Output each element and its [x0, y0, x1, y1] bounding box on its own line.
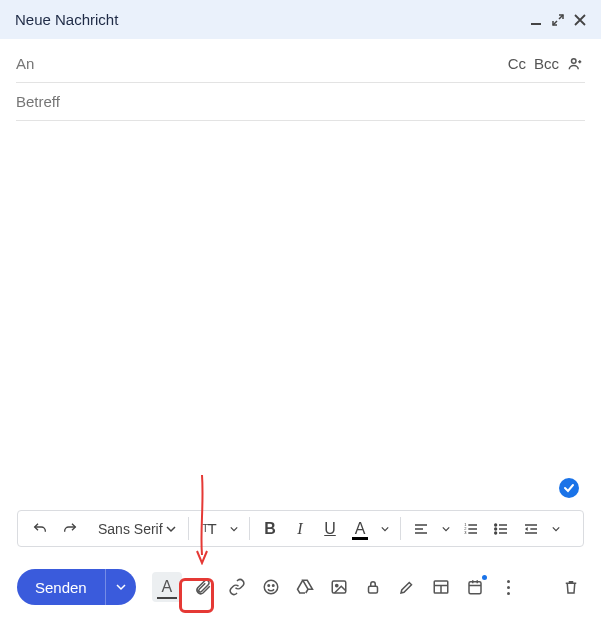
status-check-icon[interactable] [559, 478, 579, 498]
schedule-icon[interactable] [462, 574, 488, 600]
message-body[interactable] [0, 121, 601, 469]
list-dropdown[interactable] [547, 514, 565, 544]
layout-icon[interactable] [428, 574, 454, 600]
minimize-icon[interactable] [530, 14, 542, 26]
bold-button[interactable]: B [256, 514, 284, 544]
svg-point-5 [495, 524, 497, 526]
undo-button[interactable] [26, 514, 54, 544]
close-icon[interactable] [574, 14, 586, 26]
svg-point-10 [272, 585, 274, 587]
send-options-dropdown[interactable] [106, 569, 136, 605]
bullet-list-button[interactable] [487, 514, 515, 544]
discard-draft-icon[interactable] [558, 574, 584, 600]
window-title: Neue Nachricht [15, 11, 530, 28]
formatting-toolbar: Sans Serif TT B I U A 123 [17, 510, 584, 547]
insert-emoji-icon[interactable] [258, 574, 284, 600]
compose-titlebar: Neue Nachricht [0, 0, 601, 39]
font-size-dropdown[interactable] [225, 514, 243, 544]
svg-point-9 [268, 585, 270, 587]
attach-file-icon[interactable] [190, 574, 216, 600]
insert-signature-icon[interactable] [394, 574, 420, 600]
font-family-picker[interactable]: Sans Serif [92, 514, 182, 544]
window-controls [530, 14, 586, 26]
to-field-row[interactable]: An Cc Bcc [16, 45, 585, 83]
bcc-toggle[interactable]: Bcc [534, 55, 559, 72]
insert-drive-icon[interactable] [292, 574, 318, 600]
formatting-toggle-icon[interactable]: A [152, 572, 182, 602]
svg-point-1 [572, 58, 577, 63]
svg-rect-13 [368, 586, 377, 593]
align-dropdown[interactable] [437, 514, 455, 544]
send-button[interactable]: Senden [17, 569, 106, 605]
svg-rect-15 [469, 582, 481, 594]
font-family-label: Sans Serif [98, 521, 163, 537]
insert-link-icon[interactable] [224, 574, 250, 600]
svg-text:3: 3 [464, 530, 467, 535]
indent-decrease-button[interactable] [517, 514, 545, 544]
send-split-button: Senden [17, 569, 136, 605]
header-fields: An Cc Bcc Betreff [0, 39, 601, 121]
subject-field-row[interactable]: Betreff [16, 83, 585, 121]
ordered-list-button[interactable]: 123 [457, 514, 485, 544]
contacts-icon[interactable] [567, 55, 585, 73]
compose-icon-row: A [152, 572, 522, 602]
bottom-action-bar: Senden A [17, 567, 584, 607]
to-label: An [16, 55, 508, 72]
underline-button[interactable]: U [316, 514, 344, 544]
cc-toggle[interactable]: Cc [508, 55, 526, 72]
insert-image-icon[interactable] [326, 574, 352, 600]
svg-rect-11 [332, 581, 346, 593]
text-color-dropdown[interactable] [376, 514, 394, 544]
italic-button[interactable]: I [286, 514, 314, 544]
svg-point-12 [335, 584, 337, 586]
text-color-button[interactable]: A [346, 514, 374, 544]
redo-button[interactable] [56, 514, 84, 544]
confidential-mode-icon[interactable] [360, 574, 386, 600]
svg-point-8 [264, 580, 278, 594]
svg-rect-0 [531, 23, 541, 25]
svg-point-6 [495, 528, 497, 530]
svg-point-7 [495, 532, 497, 534]
subject-placeholder: Betreff [16, 93, 585, 110]
align-button[interactable] [407, 514, 435, 544]
font-size-button[interactable]: TT [195, 514, 223, 544]
more-options-icon[interactable] [496, 574, 522, 600]
expand-icon[interactable] [552, 14, 564, 26]
